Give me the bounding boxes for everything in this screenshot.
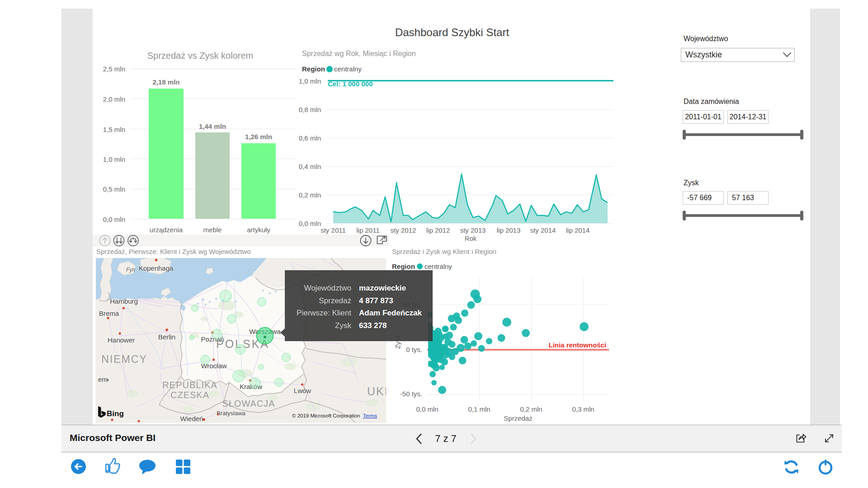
svg-text:Bratyslawa: Bratyslawa: [217, 410, 245, 417]
svg-text:SŁOWACJA: SŁOWACJA: [222, 399, 275, 408]
svg-text:Hamburg: Hamburg: [110, 297, 138, 305]
svg-text:CZESKA: CZESKA: [170, 390, 209, 400]
svg-text:Wiedeń: Wiedeń: [180, 415, 203, 422]
svg-text:Hanower: Hanower: [108, 336, 135, 344]
svg-text:UKRAINA: UKRAINA: [367, 385, 386, 398]
svg-text:NIEMCY: NIEMCY: [101, 353, 147, 365]
svg-text:Lwów: Lwów: [294, 387, 311, 394]
svg-text:REPUBLIKA: REPUBLIKA: [162, 380, 217, 390]
svg-text:Kopenhaga: Kopenhaga: [139, 264, 174, 272]
svg-text:Fyn: Fyn: [126, 267, 135, 273]
svg-text:Brema: Brema: [99, 310, 119, 317]
svg-text:em: em: [98, 375, 108, 383]
svg-text:Berlin: Berlin: [158, 333, 175, 341]
